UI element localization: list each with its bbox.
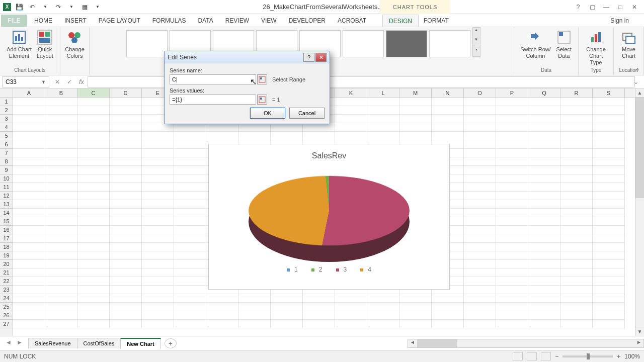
row-header[interactable]: 18	[0, 243, 13, 251]
column-header[interactable]: O	[464, 88, 496, 97]
hscroll-left-icon[interactable]: ◄	[408, 339, 417, 347]
formulas-tab[interactable]: FORMULAS	[146, 15, 192, 27]
maximize-icon[interactable]: □	[615, 3, 626, 12]
undo-dropdown-icon[interactable]: ▼	[40, 2, 50, 12]
ok-button[interactable]: OK	[250, 108, 285, 119]
row-header[interactable]: 9	[0, 166, 13, 174]
row-header[interactable]: 6	[0, 140, 13, 149]
row-header[interactable]: 8	[0, 157, 13, 166]
normal-view-icon[interactable]	[513, 352, 523, 360]
column-header[interactable]: B	[45, 88, 77, 97]
undo-icon[interactable]: ↶	[27, 2, 37, 12]
select-all-corner[interactable]	[0, 88, 13, 98]
dialog-help-icon[interactable]: ?	[303, 53, 314, 62]
vertical-scrollbar[interactable]: ▲ ▼	[635, 88, 644, 336]
formula-enter-icon[interactable]: ✓	[63, 78, 75, 85]
row-header[interactable]: 11	[0, 183, 13, 192]
dialog-close-icon[interactable]: ✕	[315, 53, 327, 62]
file-tab[interactable]: FILE	[1, 15, 27, 27]
column-header[interactable]: S	[593, 88, 625, 97]
row-header[interactable]: 3	[0, 115, 13, 123]
review-tab[interactable]: REVIEW	[219, 15, 255, 27]
row-header[interactable]: 24	[0, 294, 13, 303]
column-header[interactable]: R	[560, 88, 593, 97]
page-layout-view-icon[interactable]	[527, 352, 537, 360]
series-values-range-picker-icon[interactable]	[257, 95, 267, 105]
design-tab[interactable]: DESIGN	[382, 15, 419, 27]
formula-cancel-icon[interactable]: ✕	[51, 78, 63, 85]
name-box-dropdown-icon[interactable]: ▼	[41, 79, 46, 84]
row-header[interactable]: 27	[0, 320, 13, 328]
row-header[interactable]: 21	[0, 268, 13, 277]
zoom-out-icon[interactable]: −	[555, 353, 558, 360]
hscroll-right-icon[interactable]: ►	[634, 339, 643, 347]
embedded-chart[interactable]: SalesRev 1 2 3 4	[208, 144, 450, 290]
column-header[interactable]: C	[77, 88, 110, 97]
column-header[interactable]: M	[399, 88, 432, 97]
select-data-button[interactable]: Select Data	[556, 29, 572, 59]
minimize-icon[interactable]: —	[601, 3, 612, 12]
row-header[interactable]: 23	[0, 286, 13, 294]
column-header[interactable]: Q	[528, 88, 560, 97]
hscroll-thumb[interactable]	[417, 339, 457, 347]
series-name-input[interactable]	[170, 74, 256, 84]
row-header[interactable]: 19	[0, 251, 13, 260]
row-header[interactable]: 12	[0, 192, 13, 200]
row-header[interactable]: 16	[0, 226, 13, 234]
tab-nav-next-icon[interactable]: ►	[15, 339, 24, 348]
switch-row-column-button[interactable]: Switch Row/ Column	[520, 29, 551, 59]
redo-icon[interactable]: ↷	[53, 2, 63, 12]
format-tab[interactable]: FORMAT	[418, 15, 455, 27]
chart-style-thumb[interactable]	[429, 30, 470, 57]
quick-layout-button[interactable]: Quick Layout	[37, 29, 53, 59]
cancel-button[interactable]: Cancel	[289, 108, 325, 119]
chart-style-thumb[interactable]	[343, 30, 384, 57]
move-chart-button[interactable]: Move Chart	[621, 29, 637, 59]
page-layout-tab[interactable]: PAGE LAYOUT	[93, 15, 146, 27]
collapse-ribbon-icon[interactable]: ^	[636, 67, 639, 74]
add-sheet-icon[interactable]: +	[165, 338, 177, 348]
sheet-tab-newchart[interactable]: New Chart	[120, 338, 160, 349]
save-icon[interactable]: 💾	[14, 2, 24, 12]
zoom-slider[interactable]	[562, 355, 613, 357]
change-colors-button[interactable]: Change Colors	[65, 29, 85, 59]
column-header[interactable]: D	[110, 88, 142, 97]
change-chart-type-button[interactable]: Change Chart Type	[583, 29, 609, 66]
chart-style-thumb[interactable]	[126, 30, 168, 57]
scroll-thumb[interactable]	[635, 98, 644, 198]
expand-formula-bar-icon[interactable]: ⌄	[630, 78, 642, 85]
row-header[interactable]: 15	[0, 217, 13, 226]
row-header[interactable]: 14	[0, 209, 13, 217]
row-header[interactable]: 7	[0, 149, 13, 157]
data-tab[interactable]: DATA	[192, 15, 219, 27]
horizontal-scrollbar[interactable]: ◄ ►	[408, 339, 644, 348]
name-box[interactable]: C33 ▼	[2, 76, 49, 87]
developer-tab[interactable]: DEVELOPER	[283, 15, 332, 27]
row-header[interactable]: 5	[0, 132, 13, 140]
sheet-tab-costofsales[interactable]: CostOfSales	[77, 338, 121, 348]
row-header[interactable]: 17	[0, 234, 13, 243]
row-header[interactable]: 1	[0, 98, 13, 106]
redo-dropdown-icon[interactable]: ▼	[66, 2, 76, 12]
gallery-scroll[interactable]: ▲▼▾	[472, 27, 480, 57]
row-header[interactable]: 2	[0, 106, 13, 115]
scroll-down-icon[interactable]: ▼	[635, 327, 644, 336]
series-name-range-picker-icon[interactable]	[257, 74, 267, 84]
page-break-view-icon[interactable]	[541, 352, 551, 360]
insert-function-icon[interactable]: fx	[75, 78, 88, 85]
help-icon[interactable]: ?	[573, 3, 584, 12]
dialog-titlebar[interactable]: Edit Series ? ✕	[165, 51, 330, 63]
ribbon-display-icon[interactable]: ▢	[587, 3, 598, 12]
add-chart-element-button[interactable]: Add Chart Element	[7, 29, 32, 59]
series-values-input[interactable]	[170, 95, 256, 105]
scroll-up-icon[interactable]: ▲	[635, 88, 644, 98]
zoom-in-icon[interactable]: +	[617, 353, 620, 360]
chart-style-thumb[interactable]	[386, 30, 427, 57]
row-header[interactable]: 4	[0, 123, 13, 132]
sheet-tab-salesrevenue[interactable]: SalesRevenue	[28, 338, 77, 348]
row-header[interactable]: 20	[0, 260, 13, 268]
row-header[interactable]: 26	[0, 311, 13, 320]
column-header[interactable]: K	[335, 88, 367, 97]
acrobat-tab[interactable]: ACROBAT	[332, 15, 372, 27]
zoom-level[interactable]: 100%	[624, 353, 640, 360]
